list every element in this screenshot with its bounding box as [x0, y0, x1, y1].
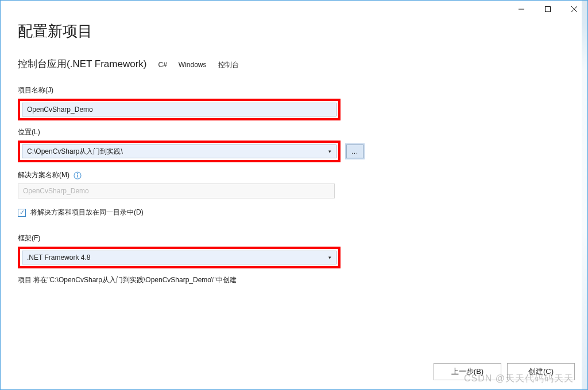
info-icon[interactable] [74, 171, 82, 180]
window-maximize-button[interactable] [535, 1, 561, 18]
tag-language: C# [158, 61, 167, 69]
svg-rect-5 [78, 174, 79, 177]
window-minimize-button[interactable] [508, 1, 535, 18]
project-type-label: 控制台应用(.NET Framework) [18, 57, 146, 71]
dialog-content: 配置新项目 控制台应用(.NET Framework) C# Windows 控… [1, 21, 587, 285]
svg-rect-1 [546, 7, 551, 12]
back-button[interactable]: 上一步(B) [434, 363, 501, 380]
solution-name-input: OpenCvSharp_Demo [18, 184, 335, 198]
location-label: 位置(L) [18, 127, 570, 137]
dialog-footer: 上一步(B) 创建(C) [434, 363, 575, 380]
window-titlebar [1, 1, 587, 18]
same-directory-checkbox-row[interactable]: ✓ 将解决方案和项目放在同一目录中(D) [18, 208, 570, 217]
create-button[interactable]: 创建(C) [507, 363, 575, 380]
window-close-button[interactable] [561, 1, 587, 18]
project-type-row: 控制台应用(.NET Framework) C# Windows 控制台 [18, 57, 570, 71]
creation-path-hint: 项目 将在"C:\OpenCvSharp从入门到实践\OpenCvSharp_D… [18, 275, 570, 285]
checkbox-icon: ✓ [18, 209, 26, 217]
tag-platform: Windows [179, 61, 207, 69]
framework-value: .NET Framework 4.8 [27, 253, 90, 262]
framework-combo[interactable]: .NET Framework 4.8 ▾ [22, 251, 336, 264]
framework-label: 框架(F) [18, 233, 570, 243]
project-name-input[interactable] [22, 103, 336, 116]
svg-point-6 [77, 173, 78, 174]
browse-button[interactable]: ... [346, 145, 363, 158]
location-highlight: C:\OpenCvSharp从入门到实践\ ▾ [18, 141, 341, 162]
same-directory-label: 将解决方案和项目放在同一目录中(D) [30, 208, 144, 217]
chevron-down-icon: ▾ [328, 255, 331, 260]
solution-name-label: 解决方案名称(M) [18, 170, 570, 180]
framework-highlight: .NET Framework 4.8 ▾ [18, 247, 341, 268]
chevron-down-icon: ▾ [328, 149, 331, 154]
project-name-highlight [18, 99, 341, 120]
location-value: C:\OpenCvSharp从入门到实践\ [27, 147, 123, 157]
project-name-label: 项目名称(J) [18, 85, 570, 95]
tag-app-type: 控制台 [218, 60, 239, 70]
page-title: 配置新项目 [18, 21, 570, 41]
location-combo[interactable]: C:\OpenCvSharp从入门到实践\ ▾ [22, 145, 336, 158]
